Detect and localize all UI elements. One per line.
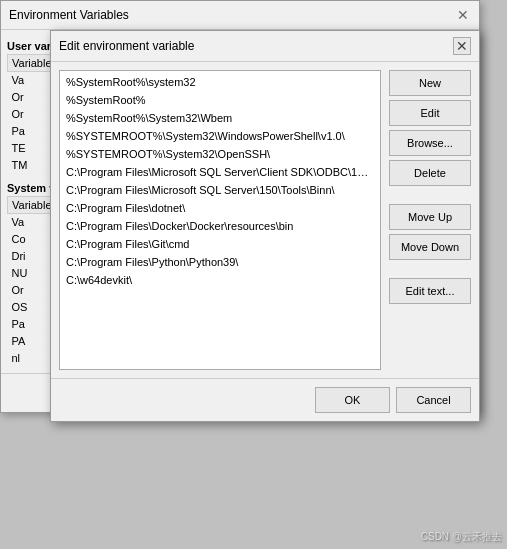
outer-dialog-title: Environment Variables [9, 8, 129, 22]
list-item[interactable]: C:\Program Files\Microsoft SQL Server\15… [62, 181, 378, 199]
spacer2 [389, 264, 471, 274]
browse-button[interactable]: Browse... [389, 130, 471, 156]
list-item[interactable]: %SYSTEMROOT%\System32\OpenSSH\ [62, 145, 378, 163]
list-item[interactable]: C:\Program Files\Microsoft SQL Server\Cl… [62, 163, 378, 181]
spacer [389, 190, 471, 200]
inner-cancel-button[interactable]: Cancel [396, 387, 471, 413]
outer-close-button[interactable]: ✕ [455, 7, 471, 23]
edit-env-var-dialog: Edit environment variable ✕ %SystemRoot%… [50, 30, 480, 422]
new-button[interactable]: New [389, 70, 471, 96]
inner-title-bar: Edit environment variable ✕ [51, 31, 479, 62]
env-var-list[interactable]: %SystemRoot%\system32%SystemRoot%%System… [59, 70, 381, 370]
delete-button[interactable]: Delete [389, 160, 471, 186]
inner-ok-button[interactable]: OK [315, 387, 390, 413]
move-up-button[interactable]: Move Up [389, 204, 471, 230]
inner-content: %SystemRoot%\system32%SystemRoot%%System… [51, 62, 479, 378]
inner-close-button[interactable]: ✕ [453, 37, 471, 55]
list-item[interactable]: C:\Program Files\dotnet\ [62, 199, 378, 217]
inner-footer: OK Cancel [51, 378, 479, 421]
list-item[interactable]: %SystemRoot%\system32 [62, 73, 378, 91]
list-item[interactable]: %SystemRoot% [62, 91, 378, 109]
watermark: CSDN @云禾推去 [421, 530, 502, 544]
outer-title-bar: Environment Variables ✕ [1, 1, 479, 30]
list-item[interactable]: C:\Program Files\Python\Python39\ [62, 253, 378, 271]
move-down-button[interactable]: Move Down [389, 234, 471, 260]
edit-button[interactable]: Edit [389, 100, 471, 126]
inner-dialog-title: Edit environment variable [59, 39, 194, 53]
list-item[interactable]: C:\Program Files\Docker\Docker\resources… [62, 217, 378, 235]
list-item[interactable]: C:\w64devkit\ [62, 271, 378, 289]
list-item[interactable]: %SystemRoot%\System32\Wbem [62, 109, 378, 127]
list-item[interactable]: C:\Program Files\Git\cmd [62, 235, 378, 253]
buttons-panel: New Edit Browse... Delete Move Up Move D… [389, 70, 471, 370]
edit-text-button[interactable]: Edit text... [389, 278, 471, 304]
list-item[interactable]: %SYSTEMROOT%\System32\WindowsPowerShell\… [62, 127, 378, 145]
